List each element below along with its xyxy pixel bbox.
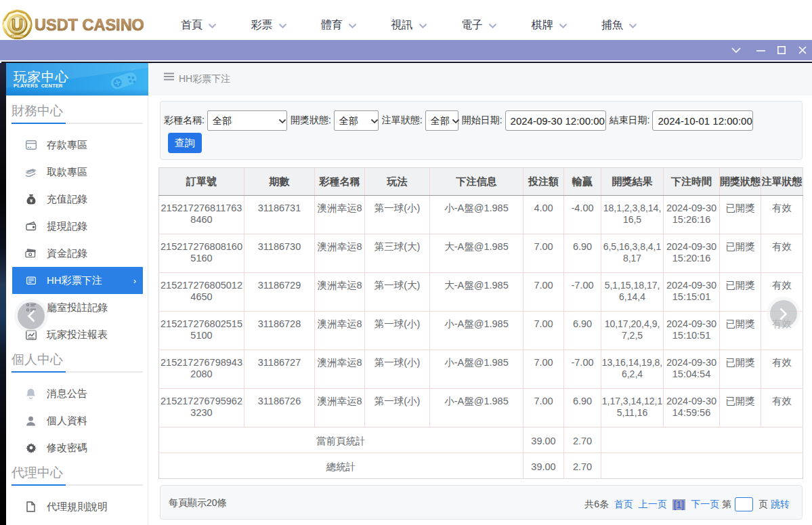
svg-text:CASINO: CASINO: [12, 35, 23, 38]
svg-text:U: U: [12, 16, 23, 34]
